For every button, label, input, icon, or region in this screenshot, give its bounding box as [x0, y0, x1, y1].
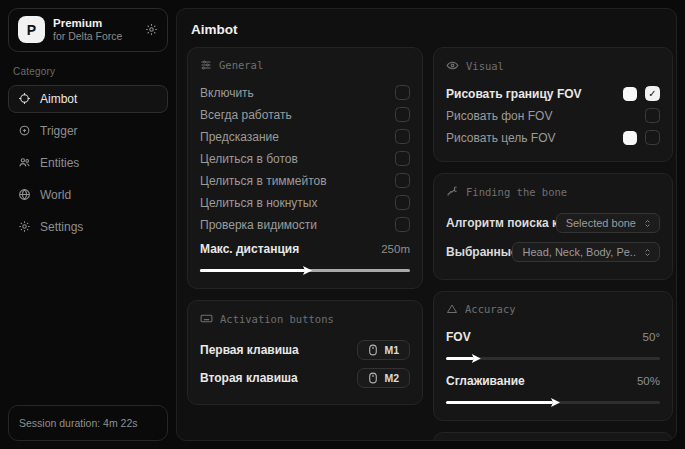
slider-fill — [446, 357, 474, 360]
brand-subtitle: for Delta Force — [53, 30, 137, 43]
target-teammates-checkbox[interactable] — [395, 173, 410, 188]
selected-value: Selected bone — [566, 217, 636, 229]
toggle-label: Целиться в ботов — [200, 152, 298, 166]
smoothing-slider-row: Сглаживание 50% — [446, 370, 660, 391]
triangle-icon — [446, 303, 458, 315]
world-icon — [18, 188, 31, 201]
sidebar: P Premium for Delta Force Category Aimbo… — [0, 0, 176, 449]
panel-title: Finding the bone — [466, 186, 567, 198]
toggle-label: Проверка видимости — [200, 218, 317, 232]
crosshair-icon — [18, 92, 31, 105]
enable-checkbox[interactable] — [395, 85, 410, 100]
smoothing-value: 50% — [637, 375, 660, 387]
first-key-button[interactable]: M1 — [357, 340, 410, 360]
slider-fill — [200, 269, 305, 272]
panel-activation-header: Activation buttons — [200, 312, 410, 325]
brand-text: Premium for Delta Force — [53, 16, 137, 44]
prediction-checkbox[interactable] — [395, 129, 410, 144]
selected-bones-select[interactable]: Head, Neck, Body, Pe.. — [512, 242, 660, 262]
panel-finding-bone: Finding the bone Алгоритм поиска кост Se… — [433, 173, 673, 280]
toggle-label: Рисовать цель FOV — [446, 131, 556, 145]
panel-general-header: General — [200, 59, 410, 71]
panel-title: Accuracy — [465, 303, 516, 315]
max-distance-value: 250m — [381, 243, 410, 255]
trigger-icon — [18, 124, 31, 137]
selected-bones-label: Выбранные кос — [446, 245, 512, 259]
first-key-row: Первая клавиша M1 — [200, 336, 410, 363]
sidebar-item-label: Entities — [40, 156, 79, 170]
fov-background-checkbox[interactable] — [645, 108, 660, 123]
max-distance-slider[interactable] — [200, 265, 410, 275]
toggle-label: Целиться в нокнутых — [200, 196, 317, 210]
sidebar-item-label: Trigger — [40, 124, 78, 138]
sidebar-item-world[interactable]: World — [8, 181, 168, 209]
target-knocked-checkbox[interactable] — [395, 195, 410, 210]
sidebar-item-aimbot[interactable]: Aimbot — [8, 85, 168, 113]
fov-border-color-swatch[interactable] — [623, 87, 637, 101]
key-label: Вторая клавиша — [200, 371, 298, 385]
keyboard-icon — [200, 312, 213, 325]
bone-algorithm-select[interactable]: Selected bone — [556, 213, 660, 233]
sidebar-nav: Aimbot Trigger Entities World Settings — [8, 85, 168, 241]
toggle-label: Целиться в тиммейтов — [200, 174, 327, 188]
second-key-button[interactable]: M2 — [357, 368, 410, 388]
panel-accuracy: Accuracy FOV 50° Сглаживание 50% — [433, 291, 673, 421]
mouse-icon — [368, 344, 378, 356]
key-value: M2 — [384, 372, 399, 384]
toggle-row-target-teammates: Целиться в тиммейтов — [200, 170, 410, 191]
toggle-label: Всегда работать — [200, 108, 292, 122]
selected-value: Head, Neck, Body, Pe.. — [522, 246, 636, 258]
panel-activation-buttons: Activation buttons Первая клавиша M1 Вто… — [187, 300, 423, 405]
slider-label: Сглаживание — [446, 374, 525, 388]
sidebar-item-label: Aimbot — [40, 92, 77, 106]
sidebar-item-label: World — [40, 188, 71, 202]
panel-finding-bone-header: Finding the bone — [446, 185, 660, 198]
sidebar-item-settings[interactable]: Settings — [8, 213, 168, 241]
sidebar-item-entities[interactable]: Entities — [8, 149, 168, 177]
fov-target-row: Рисовать цель FOV — [446, 127, 660, 148]
sidebar-item-label: Settings — [40, 220, 83, 234]
unfold-icon — [643, 247, 652, 258]
toggle-row-prediction: Предсказание — [200, 126, 410, 147]
panel-visual: Visual Рисовать границу FOV Рисовать фон… — [433, 47, 673, 162]
main-content: Aimbot General Включить Всегда работать — [176, 8, 677, 441]
always-work-checkbox[interactable] — [395, 107, 410, 122]
fov-slider[interactable] — [446, 353, 660, 363]
eye-icon — [446, 59, 459, 72]
toggle-row-visibility-check: Проверка видимости — [200, 214, 410, 235]
max-distance-row: Макс. дистанция 250m — [200, 238, 410, 259]
fov-target-color-swatch[interactable] — [623, 131, 637, 145]
toggle-row-target-knocked: Целиться в нокнутых — [200, 192, 410, 213]
gear-icon[interactable] — [145, 23, 158, 36]
panel-columns: General Включить Всегда работать Предска… — [177, 47, 676, 441]
fov-border-checkbox[interactable] — [645, 86, 660, 101]
second-key-row: Вторая клавиша M2 — [200, 364, 410, 391]
panel-title: Visual — [466, 60, 504, 72]
panel-title: General — [219, 59, 263, 71]
toggle-label: Предсказание — [200, 130, 279, 144]
brand-title: Premium — [53, 16, 137, 30]
sidebar-item-trigger[interactable]: Trigger — [8, 117, 168, 145]
slider-label: Макс. дистанция — [200, 242, 299, 256]
fov-target-checkbox[interactable] — [645, 130, 660, 145]
panel-title: Activation buttons — [220, 313, 334, 325]
key-label: Первая клавиша — [200, 343, 299, 357]
panel-visual-header: Visual — [446, 59, 660, 72]
visibility-check-checkbox[interactable] — [395, 217, 410, 232]
slider-fill — [446, 401, 553, 404]
smoothing-slider[interactable] — [446, 397, 660, 407]
settings-gear-icon — [18, 220, 31, 233]
toggle-label: Рисовать фон FOV — [446, 109, 552, 123]
brand-card[interactable]: P Premium for Delta Force — [8, 8, 168, 52]
target-bots-checkbox[interactable] — [395, 151, 410, 166]
sidebar-spacer — [8, 241, 168, 406]
bone-icon — [446, 185, 459, 198]
fov-background-row: Рисовать фон FOV — [446, 105, 660, 126]
session-duration-text: Session duration: 4m 22s — [19, 417, 137, 429]
mouse-icon — [368, 372, 378, 384]
bone-algorithm-row: Алгоритм поиска кост Selected bone — [446, 209, 660, 237]
toggle-row-target-bots: Целиться в ботов — [200, 148, 410, 169]
toggle-label: Рисовать границу FOV — [446, 87, 582, 101]
toggle-row-always-work: Всегда работать — [200, 104, 410, 125]
bone-algorithm-label: Алгоритм поиска кост — [446, 216, 556, 230]
